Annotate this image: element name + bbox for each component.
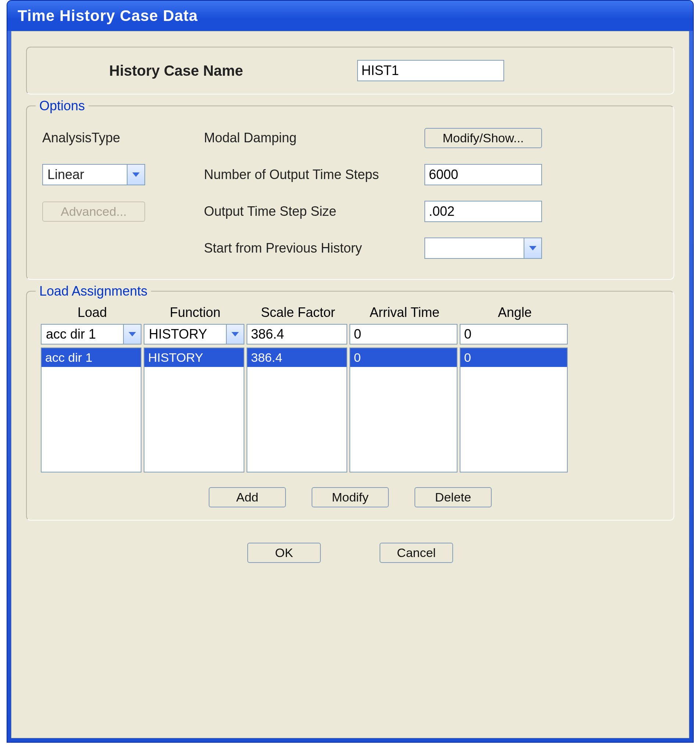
load-select-value: acc dir 1 — [46, 327, 123, 342]
chevron-down-icon — [226, 325, 244, 344]
num-steps-label: Number of Output Time Steps — [204, 167, 424, 182]
client-area: History Case Name Options AnalysisType M… — [11, 31, 689, 738]
scale-input[interactable] — [246, 324, 347, 345]
step-size-label: Output Time Step Size — [204, 204, 424, 219]
analysis-type-label: AnalysisType — [39, 130, 204, 145]
loads-listboxes: acc dir 1 HISTORY 386.4 0 0 — [39, 345, 661, 472]
header-arrival: Arrival Time — [349, 305, 460, 320]
step-size-input[interactable] — [424, 201, 542, 222]
chevron-down-icon — [123, 325, 141, 344]
prev-history-select[interactable] — [424, 237, 542, 259]
header-load: Load — [41, 305, 144, 320]
case-name-label: History Case Name — [109, 62, 243, 79]
modify-button[interactable]: Modify — [312, 487, 389, 508]
case-name-group: History Case Name — [26, 47, 674, 94]
arrival-input[interactable] — [349, 324, 457, 345]
modal-damping-label: Modal Damping — [204, 130, 424, 145]
delete-button[interactable]: Delete — [415, 487, 492, 508]
angle-listbox[interactable]: 0 — [460, 347, 568, 472]
options-group: Options AnalysisType Modal Damping Modif… — [26, 106, 674, 280]
titlebar[interactable]: Time History Case Data — [7, 1, 693, 31]
list-item[interactable]: 0 — [460, 348, 567, 367]
list-item[interactable]: HISTORY — [144, 348, 244, 367]
header-function: Function — [144, 305, 246, 320]
scale-listbox[interactable]: 386.4 — [246, 347, 347, 472]
analysis-type-value: Linear — [47, 167, 127, 182]
list-item[interactable]: 0 — [350, 348, 457, 367]
window-title: Time History Case Data — [18, 7, 198, 25]
list-item[interactable]: acc dir 1 — [42, 348, 141, 367]
add-button[interactable]: Add — [209, 487, 286, 508]
function-select-value: HISTORY — [149, 327, 226, 342]
load-select[interactable]: acc dir 1 — [41, 324, 142, 345]
cancel-button[interactable]: Cancel — [380, 543, 453, 563]
load-listbox[interactable]: acc dir 1 — [41, 347, 142, 472]
case-name-input[interactable] — [357, 60, 504, 81]
prev-history-label: Start from Previous History — [204, 241, 424, 256]
load-assignments-group: Load Assignments Load Function Scale Fac… — [26, 291, 674, 521]
function-listbox[interactable]: HISTORY — [144, 347, 244, 472]
modify-show-button[interactable]: Modify/Show... — [424, 128, 542, 148]
list-item[interactable]: 386.4 — [247, 348, 346, 367]
time-history-dialog: Time History Case Data History Case Name… — [6, 0, 694, 743]
header-angle: Angle — [460, 305, 570, 320]
ok-button[interactable]: OK — [247, 543, 321, 563]
chevron-down-icon — [127, 165, 144, 184]
function-select[interactable]: HISTORY — [144, 324, 244, 345]
header-scale: Scale Factor — [246, 305, 349, 320]
arrival-listbox[interactable]: 0 — [349, 347, 457, 472]
chevron-down-icon — [524, 238, 541, 258]
loads-headers: Load Function Scale Factor Arrival Time … — [39, 305, 661, 324]
analysis-type-select[interactable]: Linear — [42, 164, 145, 185]
options-legend: Options — [36, 98, 89, 114]
loads-input-row: acc dir 1 HISTORY — [39, 324, 661, 345]
advanced-button: Advanced... — [42, 202, 145, 222]
num-steps-input[interactable] — [424, 164, 542, 185]
loads-legend: Load Assignments — [36, 283, 151, 299]
dialog-footer: OK Cancel — [26, 543, 674, 563]
angle-input[interactable] — [460, 324, 568, 345]
